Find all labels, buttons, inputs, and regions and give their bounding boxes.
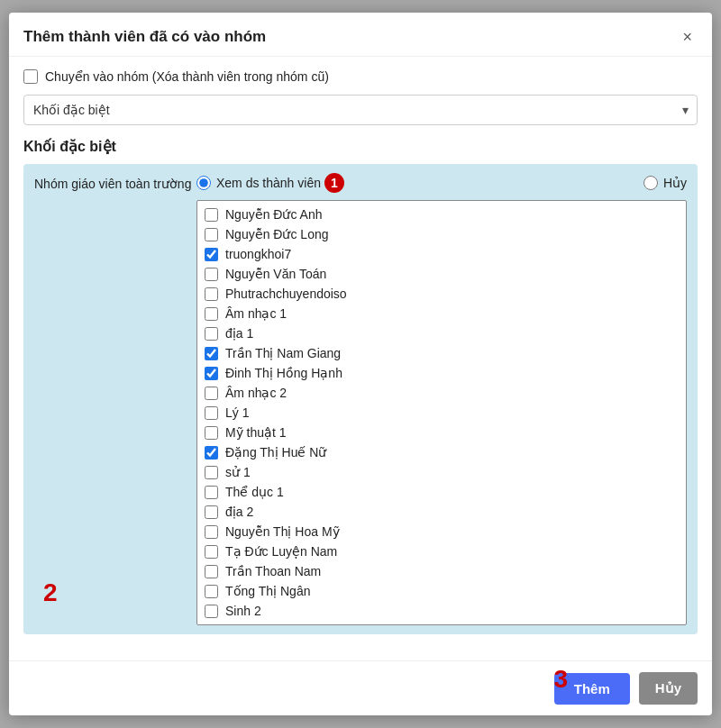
list-item: Trần Thị Nam Giang [197,343,686,363]
member-checkbox[interactable] [205,466,218,479]
member-checkbox[interactable] [205,327,218,341]
modal-title: Thêm thành viên đã có vào nhóm [23,28,266,46]
modal-footer: 3 Thêm Hủy [9,660,712,715]
member-label[interactable]: Âm nhạc 1 [225,306,287,321]
member-label[interactable]: Tống Thị Ngân [225,584,310,598]
huy-button[interactable]: Hủy [639,672,698,705]
list-item: Phutrachchuyendoiso [197,284,686,304]
member-label[interactable]: địa 1 [225,326,253,341]
chuyen-checkbox-row: Chuyển vào nhóm (Xóa thành viên trong nh… [23,69,698,84]
member-label[interactable]: Nguyễn Đức Anh [225,207,323,222]
member-checkbox[interactable] [205,505,218,519]
view-options-row: Xem ds thành viên 1 Hủy [196,173,687,193]
list-item: Trần Thoan Nam [197,561,686,581]
list-item: truongkhoi7 [197,244,686,264]
chuyen-checkbox[interactable] [23,69,38,84]
member-checkbox[interactable] [205,525,218,539]
member-checkbox[interactable] [205,347,218,360]
group-name-label: Nhóm giáo viên toàn trường [34,177,191,191]
member-label[interactable]: Mỹ thuật 1 [225,425,287,440]
member-label[interactable]: Đặng Thị Huế Nữ [225,445,326,460]
list-item: Âm nhạc 1 [197,304,686,323]
member-checkbox[interactable] [205,268,218,281]
left-panel: Nhóm giáo viên toàn trường 2 [34,173,196,625]
list-item: sử 1 [197,462,686,482]
list-item: địa 2 [197,502,686,522]
list-item: Đặng Thị Huế Nữ [197,442,686,462]
member-checkbox[interactable] [205,208,218,222]
list-item: Đinh Thị Hồng Hạnh [197,363,686,383]
right-panel: Xem ds thành viên 1 Hủy Nguyễn Đức AnhNg… [196,173,687,625]
list-item: Nguyễn Đức Long [197,224,686,244]
group-select[interactable]: Khối đặc biệt [23,95,698,125]
member-checkbox[interactable] [205,585,218,598]
member-label[interactable]: Sinh 2 [225,604,261,618]
member-label[interactable]: Trần Thị Nam Giang [225,346,341,360]
section-title: Khối đặc biệt [23,138,698,155]
member-label[interactable]: Nguyễn Văn Toán [225,267,326,281]
member-checkbox[interactable] [205,565,218,578]
list-item: Nguyễn Đức Anh [197,205,686,224]
member-checkbox[interactable] [205,446,218,460]
modal: Thêm thành viên đã có vào nhóm × Chuyển … [9,13,712,715]
member-label[interactable]: Nguyễn Thị Hoa Mỹ [225,524,340,539]
member-checkbox[interactable] [205,605,218,618]
chuyen-label[interactable]: Chuyển vào nhóm (Xóa thành viên trong nh… [45,69,329,84]
member-label[interactable]: địa 2 [225,505,253,519]
badge-3: 3 [553,665,568,694]
close-button[interactable]: × [677,27,698,47]
member-label[interactable]: Đinh Thị Hồng Hạnh [225,366,342,380]
member-checkbox[interactable] [205,387,218,400]
list-item: Nguyễn Thị Hoa Mỹ [197,522,686,541]
modal-body: Chuyển vào nhóm (Xóa thành viên trong nh… [9,57,712,660]
xem-ds-option[interactable]: Xem ds thành viên [196,176,321,190]
list-item: Sinh 2 [197,601,686,621]
member-checkbox[interactable] [205,367,218,380]
list-item: Nguyễn Văn Toán [197,264,686,284]
list-item: Tạ Đức Luyện Nam [197,541,686,561]
member-label[interactable]: Lý 1 [225,405,249,420]
member-label[interactable]: Âm nhạc 2 [225,386,287,400]
huy-option[interactable]: Hủy [643,176,687,190]
xem-ds-radio[interactable] [196,176,211,190]
list-item: Thể dục 1 [197,482,686,502]
list-item: Âm nhạc 2 [197,383,686,403]
member-label[interactable]: Tạ Đức Luyện Nam [225,544,337,559]
huy-radio-label[interactable]: Hủy [663,176,687,190]
member-checkbox[interactable] [205,545,218,559]
member-label[interactable]: sử 1 [225,465,251,479]
list-item: Lý 1 [197,403,686,423]
member-label[interactable]: Nguyễn Đức Long [225,227,329,241]
member-label[interactable]: Thể dục 1 [225,485,284,499]
member-checkbox[interactable] [205,426,218,440]
xem-ds-label[interactable]: Xem ds thành viên [216,176,321,190]
member-checkbox[interactable] [205,486,218,499]
modal-overlay: Thêm thành viên đã có vào nhóm × Chuyển … [0,0,721,728]
content-area: Nhóm giáo viên toàn trường 2 Xem ds thàn… [23,164,698,634]
member-checkbox[interactable] [205,228,218,241]
badge-1: 1 [324,173,344,193]
list-item: địa 1 [197,323,686,343]
list-item: Mỹ thuật 1 [197,423,686,442]
member-label[interactable]: Trần Thoan Nam [225,564,321,578]
member-list-box: Nguyễn Đức AnhNguyễn Đức Longtruongkhoi7… [196,200,687,625]
group-select-wrapper: Khối đặc biệt [23,95,698,125]
member-label[interactable]: truongkhoi7 [225,247,291,261]
member-label[interactable]: Phutrachchuyendoiso [225,287,347,301]
member-checkbox[interactable] [205,406,218,420]
member-checkbox[interactable] [205,307,218,321]
member-checkbox[interactable] [205,248,218,261]
member-checkbox[interactable] [205,287,218,301]
modal-header: Thêm thành viên đã có vào nhóm × [9,13,712,57]
huy-radio[interactable] [643,176,658,190]
badge-2: 2 [43,578,58,607]
list-item: Tống Thị Ngân [197,581,686,601]
